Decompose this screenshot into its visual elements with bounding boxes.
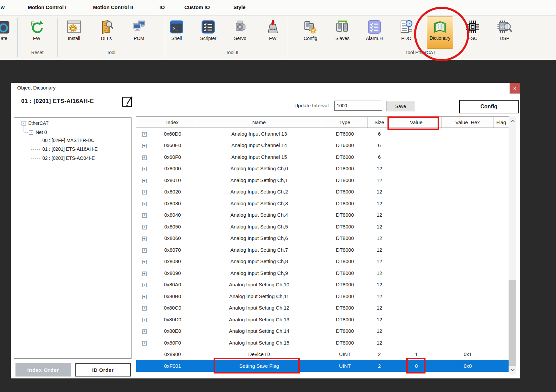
table-row[interactable]: +0x8080Analog Input Setting Ch,8DT800012	[136, 256, 516, 268]
expand-plus-icon[interactable]: +	[142, 213, 147, 218]
pcm-button[interactable]: PCM	[124, 17, 154, 45]
expand-plus-icon[interactable]: +	[142, 260, 147, 264]
update-button[interactable]: ate	[0, 17, 19, 45]
tab-custom-io[interactable]: Custom IO	[184, 4, 210, 10]
tree-item-net0[interactable]: Net 0	[36, 130, 47, 135]
tab-partial[interactable]: w	[1, 4, 5, 10]
table-row[interactable]: 0xF001Setting Save FlagUINT200x0	[136, 360, 516, 372]
cell-value: 1	[391, 351, 442, 357]
table-row[interactable]: +0x80A0Analog Input Setting Ch,10DT80001…	[136, 279, 516, 291]
table-row[interactable]: +0x8000Analog Input Setting Ch,0DT800012	[136, 163, 516, 175]
table-row[interactable]: +0x8040Analog Input Setting Ch,4DT800012	[136, 209, 516, 221]
save-button[interactable]: Save	[386, 101, 415, 111]
expand-plus-icon[interactable]: +	[142, 155, 147, 160]
update-interval-input[interactable]	[334, 101, 382, 111]
expand-plus-icon[interactable]: +	[142, 283, 147, 287]
index-order-button[interactable]: Index Order	[15, 363, 71, 377]
table-row[interactable]: +0x8050Analog Input Setting Ch,5DT800012	[136, 221, 516, 233]
tab-motion-control-ii[interactable]: Motion Control II	[93, 4, 133, 10]
annotation-box-value-header	[387, 116, 439, 130]
header-value-hex[interactable]: Value_Hex	[442, 117, 494, 128]
table-row[interactable]: +0x80D0Analog Input Setting Ch,13DT80001…	[136, 314, 516, 325]
expand-plus-icon[interactable]: +	[142, 341, 147, 346]
expand-plus-icon[interactable]: +	[142, 202, 147, 206]
cell-index: 0x80B0	[149, 293, 196, 299]
screen: w Motion Control IMotion Control IIIOCus…	[0, 0, 556, 392]
scripter-button[interactable]: Scripter	[193, 17, 223, 45]
servo-button[interactable]: Servo	[225, 17, 255, 45]
expand-plus-icon[interactable]: +	[142, 318, 147, 322]
table-row[interactable]: +0x8010Analog Input Setting Ch,1DT800012	[136, 174, 516, 186]
expand-plus-icon[interactable]: +	[142, 179, 147, 183]
expand-plus-icon[interactable]: +	[142, 329, 147, 334]
dsp-button[interactable]: DSPDSP	[489, 17, 520, 45]
table-row[interactable]: +0x8020Analog Input Setting Ch,2DT800012	[136, 186, 516, 198]
expand-cell: +	[136, 305, 149, 311]
header-type[interactable]: Type	[322, 117, 368, 128]
table-row[interactable]: +0x8030Analog Input Setting Ch,3DT800012	[136, 198, 516, 209]
header-flag[interactable]: Flag	[494, 117, 509, 128]
header-name[interactable]: Name	[196, 117, 322, 128]
table-row[interactable]: +0x80C0Analog Input Setting Ch,12DT80001…	[136, 302, 516, 314]
table-row[interactable]: +0x8090Analog Input Setting Ch,9DT800012	[136, 267, 516, 279]
table-scrollbar[interactable]	[509, 116, 516, 375]
install-button[interactable]: Install	[59, 17, 89, 45]
expand-plus-icon[interactable]: +	[142, 190, 147, 194]
expand-plus-icon[interactable]: +	[142, 248, 147, 253]
table-row[interactable]: +0x60D0Analog Input Channel 13DT60006	[136, 128, 516, 140]
tab-style[interactable]: Style	[233, 4, 246, 10]
table-row[interactable]: +0x60E0Analog Input Channel 14DT60006	[136, 140, 516, 151]
table-row[interactable]: +0x80E0Analog Input Setting Ch,14DT80001…	[136, 325, 516, 337]
tree-collapse-icon[interactable]: -	[29, 130, 33, 135]
header-expand	[136, 117, 149, 128]
edit-button[interactable]	[116, 96, 138, 110]
tree-item-00[interactable]: 00 : [02FF] MASTER-DC	[42, 138, 95, 143]
tree-item-ethercat[interactable]: EtherCAT	[28, 120, 48, 126]
shell-button[interactable]: >_Shell	[161, 17, 192, 45]
expand-plus-icon[interactable]: +	[142, 237, 147, 241]
table-row[interactable]: +0x80F0Analog Input Setting Ch,15DT80001…	[136, 337, 516, 349]
scrollbar-down-button[interactable]	[509, 366, 516, 375]
alarm-button[interactable]: Alarm.H	[359, 17, 390, 45]
tab-io[interactable]: IO	[159, 4, 165, 10]
tree-connector	[24, 126, 24, 132]
cell-name: Analog Input Channel 15	[196, 154, 322, 160]
cell-type: DT8000	[322, 340, 368, 346]
tree-item-02[interactable]: 02 : [0203] ETS-AO04I-E	[42, 155, 95, 161]
table-row[interactable]: +0x80B0Analog Input Setting Ch,11DT80001…	[136, 290, 516, 302]
expand-plus-icon[interactable]: +	[142, 306, 147, 311]
table-header: Index Name Type Size Value Value_Hex Fla…	[136, 116, 516, 128]
id-order-button[interactable]: ID Order	[75, 363, 131, 377]
slaves-button[interactable]: Slaves	[327, 17, 358, 45]
expand-cell: +	[136, 317, 149, 322]
ribbon-group-separator	[17, 18, 18, 57]
expand-plus-icon[interactable]: +	[142, 167, 147, 171]
scrollbar-up-button[interactable]	[509, 116, 516, 125]
expand-plus-icon[interactable]: +	[142, 295, 147, 299]
scrollbar-thumb[interactable]	[509, 280, 516, 366]
fw-reset-button[interactable]: FFW	[22, 17, 52, 45]
tree-collapse-icon[interactable]: -	[22, 121, 26, 126]
expand-plus-icon[interactable]: +	[142, 225, 147, 229]
expand-plus-icon[interactable]: +	[142, 272, 147, 276]
cell-type: UINT	[322, 351, 368, 357]
table-row[interactable]: 0x8900Device IDUINT210x1	[136, 349, 516, 360]
cell-name: Analog Input Setting Ch,2	[196, 189, 322, 194]
table-row[interactable]: +0x8070Analog Input Setting Ch,7DT800012	[136, 244, 516, 256]
tab-motion-control-i[interactable]: Motion Control I	[28, 4, 67, 10]
fw-dsp-button[interactable]: DSPFW	[258, 17, 288, 45]
config-button[interactable]: Config	[295, 17, 326, 45]
dlls-button[interactable]: DLLs	[91, 17, 121, 45]
expand-plus-icon[interactable]: +	[142, 132, 147, 137]
ribbon-button-label: PCM	[134, 36, 144, 41]
table-row[interactable]: +0x60F0Analog Input Channel 15DT60006	[136, 151, 516, 163]
cell-index: 0x8010	[149, 177, 196, 183]
expand-plus-icon[interactable]: +	[142, 144, 147, 148]
header-index[interactable]: Index	[149, 117, 196, 128]
ribbon-group-separator	[58, 18, 58, 57]
config-icon	[303, 17, 318, 35]
close-button[interactable]: ×	[510, 83, 520, 94]
table-row[interactable]: +0x8060Analog Input Setting Ch,6DT800012	[136, 233, 516, 244]
tree-item-01[interactable]: 01 : [0201] ETS-AI16AH-E	[42, 146, 98, 152]
config-button[interactable]: Config	[459, 100, 519, 113]
